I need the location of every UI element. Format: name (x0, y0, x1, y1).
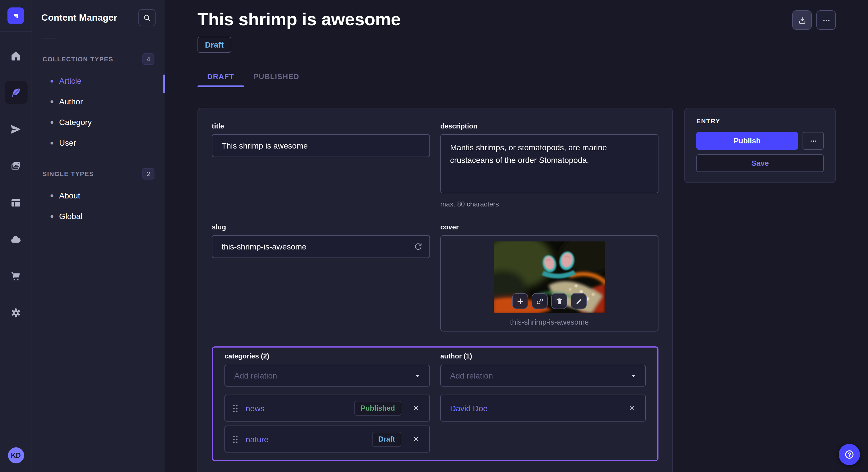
field-label-categories: categories (2) (224, 352, 430, 360)
sidebar-item-user[interactable]: User (41, 133, 156, 153)
rail-item-releases[interactable] (4, 117, 27, 140)
add-media-button[interactable] (512, 293, 528, 309)
trash-icon (555, 297, 563, 305)
home-icon (10, 49, 22, 62)
bullet-icon (51, 100, 53, 103)
categories-relation-list: news Published nature (224, 395, 430, 452)
relation-link[interactable]: nature (246, 434, 365, 444)
rail-item-home[interactable] (4, 44, 27, 67)
cloud-icon (10, 233, 22, 245)
cover-actions (512, 293, 587, 309)
regenerate-slug-button[interactable] (413, 242, 423, 251)
close-icon (412, 435, 420, 443)
section-collection-types: COLLECTION TYPES 4 Article Author Catego… (41, 53, 156, 153)
bullet-icon (51, 79, 53, 82)
user-avatar[interactable]: KD (8, 447, 24, 463)
relation-status-badge: Draft (372, 432, 401, 446)
field-author: author (1) Add relation David Doe (440, 352, 646, 452)
export-button[interactable] (792, 10, 812, 30)
status-badge: Draft (197, 37, 231, 53)
edit-form-panel: title description Mantis shrimps, or sto… (197, 108, 673, 472)
chevron-down-icon (629, 371, 638, 380)
combobox-placeholder: Add relation (234, 371, 277, 380)
field-label-title: title (212, 122, 430, 130)
relation-status-badge: Published (354, 401, 401, 415)
version-tabs: DRAFT PUBLISHED (197, 65, 836, 87)
relation-item-news: news Published (224, 395, 430, 422)
relation-item-nature: nature Draft (224, 426, 430, 452)
gear-icon (10, 307, 22, 318)
sidebar-item-label: User (59, 138, 76, 147)
rail-item-content-type-builder[interactable] (4, 191, 27, 214)
active-page-indicator (163, 74, 165, 93)
tab-draft[interactable]: DRAFT (197, 65, 244, 87)
publish-button[interactable]: Publish (696, 132, 798, 150)
author-add-relation-combobox[interactable]: Add relation (440, 365, 646, 386)
delete-media-button[interactable] (551, 293, 567, 309)
edit-media-button[interactable] (570, 293, 587, 309)
field-label-cover: cover (440, 223, 658, 231)
bullet-icon (51, 121, 53, 124)
bullet-icon (51, 215, 53, 217)
field-categories: categories (2) Add relation news (224, 352, 430, 452)
bullet-icon (51, 194, 53, 197)
search-button[interactable] (138, 9, 156, 26)
relation-item-david-doe: David Doe (440, 395, 646, 422)
sidebar-item-author[interactable]: Author (41, 91, 156, 112)
field-title: title (212, 122, 430, 208)
plus-icon (516, 297, 524, 305)
author-relation-list: David Doe (440, 395, 646, 422)
description-helper: max. 80 characters (440, 200, 658, 208)
sidebar-item-global[interactable]: Global (41, 206, 156, 227)
slug-input[interactable] (212, 235, 430, 258)
relation-link[interactable]: news (246, 403, 348, 413)
more-options-button[interactable] (816, 10, 836, 30)
categories-add-relation-combobox[interactable]: Add relation (224, 365, 430, 386)
download-icon (797, 15, 807, 25)
title-input[interactable] (212, 134, 430, 157)
remove-relation-button[interactable] (409, 433, 422, 445)
cart-icon (10, 270, 22, 282)
relation-link[interactable]: David Doe (450, 403, 617, 413)
tab-published[interactable]: PUBLISHED (244, 65, 309, 87)
relations-zone: categories (2) Add relation news (212, 346, 658, 461)
section-label: COLLECTION TYPES (42, 56, 113, 63)
description-textarea[interactable]: Mantis shrimps, or stomatopods, are mari… (440, 134, 658, 193)
help-button[interactable] (839, 444, 860, 465)
sidebar-item-label: Author (59, 97, 83, 106)
strapi-logo[interactable] (7, 7, 24, 24)
rail-item-settings[interactable] (4, 301, 27, 324)
cover-filename: this-shrimp-is-awesome (446, 318, 652, 326)
sidebar-item-article[interactable]: Article (41, 71, 156, 91)
copy-link-button[interactable] (532, 293, 548, 309)
question-mark-icon (843, 448, 856, 461)
drag-handle-icon[interactable] (232, 434, 239, 444)
nav-rail: KD (0, 0, 32, 472)
save-button[interactable]: Save (696, 154, 824, 172)
remove-relation-button[interactable] (409, 402, 422, 414)
rail-item-deploy[interactable] (4, 228, 27, 250)
rail-item-media-library[interactable] (4, 154, 27, 177)
sidebar: Content Manager COLLECTION TYPES 4 Artic… (32, 0, 165, 472)
section-label: SINGLE TYPES (42, 170, 94, 177)
paper-plane-icon (10, 123, 22, 135)
remove-relation-button[interactable] (625, 402, 638, 414)
strapi-logo-icon (11, 11, 21, 21)
app-window: KD Content Manager COLLECTION TYPES 4 Ar… (0, 0, 868, 472)
drag-handle-icon[interactable] (232, 403, 239, 413)
entry-more-button[interactable] (803, 132, 824, 150)
entry-panel: ENTRY Publish Save (684, 108, 836, 183)
sidebar-item-about[interactable]: About (41, 185, 156, 206)
bullet-icon (51, 141, 53, 144)
field-label-description: description (440, 122, 658, 130)
combobox-placeholder: Add relation (450, 371, 493, 380)
close-icon (628, 404, 635, 412)
entry-heading: ENTRY (696, 117, 824, 125)
sidebar-item-category[interactable]: Category (41, 112, 156, 133)
rail-item-content-manager[interactable] (4, 81, 27, 104)
rail-item-marketplace[interactable] (4, 264, 27, 287)
sidebar-item-label: Global (59, 212, 82, 221)
refresh-icon (413, 242, 423, 251)
sidebar-divider (42, 38, 56, 38)
cover-media-card: this-shrimp-is-awesome (440, 235, 658, 332)
